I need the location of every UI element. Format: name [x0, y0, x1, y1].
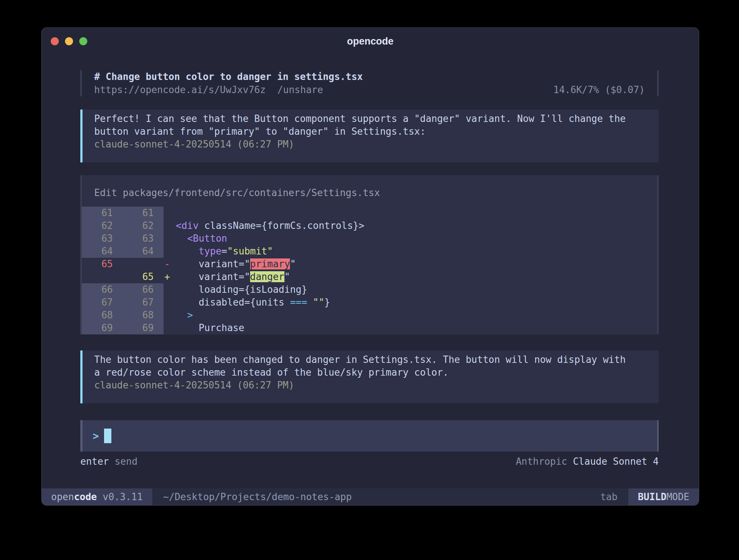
prompt-chevron: > [93, 430, 99, 442]
diff-row: 6161 [82, 207, 657, 219]
text-cursor [104, 429, 111, 443]
message-text-line: Perfect! I can see that the Button compo… [94, 112, 646, 125]
line-number-new: 69 [123, 322, 164, 334]
enter-key-hint: enter [80, 456, 109, 467]
line-number-old: 68 [82, 309, 123, 322]
diff-file-path: Edit packages/frontend/src/containers/Se… [82, 175, 657, 207]
session-content: # Change button color to danger in setti… [80, 55, 659, 468]
message-text-line: button variant from "primary" to "danger… [94, 125, 646, 138]
diff-row: 6868 > [82, 309, 657, 322]
code-line: <div className={formCs.controls}> [164, 219, 657, 232]
code-line: loading={isLoading} [164, 283, 657, 296]
working-directory: ~/Desktop/Projects/demo-notes-app [163, 488, 352, 505]
session-header: # Change button color to danger in setti… [80, 70, 659, 96]
edit-tool-diff-block: Edit packages/frontend/src/containers/Se… [80, 175, 659, 334]
line-number-new: 66 [123, 283, 164, 296]
line-number-new: 65 [123, 271, 164, 283]
session-title: # Change button color to danger in setti… [94, 70, 645, 83]
message-text-line: a red/rose color scheme instead of the b… [94, 366, 646, 379]
diff-row: 6666 loading={isLoading} [82, 283, 657, 296]
diff-row: 65- variant="primary" [82, 258, 657, 271]
provider-name: Anthropic [516, 456, 573, 467]
line-number-old: 66 [82, 283, 123, 296]
app-version-segment: opencodev0.3.11 [42, 488, 152, 505]
line-number-new: 61 [123, 207, 164, 219]
code-line [164, 207, 657, 219]
mode-segment[interactable]: BUILD MODE [628, 488, 699, 505]
line-number-old: 69 [82, 322, 123, 334]
status-bar: opencodev0.3.11 ~/Desktop/Projects/demo-… [42, 488, 699, 505]
diff-row: 6464 type="submit" [82, 245, 657, 258]
window-title: opencode [42, 28, 699, 55]
share-url[interactable]: https://opencode.ai/s/UwJxv76z [94, 83, 266, 96]
code-line: - variant="primary" [164, 258, 657, 271]
code-line: <Button [164, 232, 657, 245]
token-usage-stats: 14.6K/7% ($0.07) [554, 83, 645, 96]
model-timestamp: claude-sonnet-4-20250514 (06:27 PM) [94, 138, 646, 151]
diff-row: 6363 <Button [82, 232, 657, 245]
diff-row: 6262 <div className={formCs.controls}> [82, 219, 657, 232]
assistant-message-1: Perfect! I can see that the Button compo… [80, 110, 659, 162]
diff-rows: 61616262 <div className={formCs.controls… [82, 207, 657, 334]
line-number-new: 64 [123, 245, 164, 258]
code-line: disabled={units === ""} [164, 296, 657, 309]
line-number-new: 67 [123, 296, 164, 309]
code-line: > [164, 309, 657, 322]
enter-action-hint: send [109, 456, 137, 467]
diff-row: 6969 Purchase [82, 322, 657, 334]
code-line: + variant="danger" [164, 271, 657, 283]
line-number-old: 62 [82, 219, 123, 232]
hint-row: enter send Anthropic Claude Sonnet 4 [80, 455, 659, 468]
prompt-input[interactable]: > [80, 420, 659, 452]
app-version: v0.3.11 [103, 491, 143, 502]
model-timestamp: claude-sonnet-4-20250514 (06:27 PM) [94, 379, 646, 392]
diff-row: 65+ variant="danger" [82, 271, 657, 283]
opencode-terminal-window: opencode # Change button color to danger… [41, 27, 699, 506]
line-number-old [82, 271, 123, 283]
assistant-message-2: The button color has been changed to dan… [80, 350, 659, 403]
code-line: Purchase [164, 322, 657, 334]
line-number-new [123, 258, 164, 271]
line-number-old: 67 [82, 296, 123, 309]
app-name-open: open [51, 491, 74, 502]
diff-row: 6767 disabled={units === ""} [82, 296, 657, 309]
line-number-new: 68 [123, 309, 164, 322]
line-number-old: 64 [82, 245, 123, 258]
line-number-new: 62 [123, 219, 164, 232]
unshare-command[interactable]: /unshare [277, 83, 323, 96]
line-number-old: 61 [82, 207, 123, 219]
model-name: Claude Sonnet 4 [573, 456, 659, 467]
app-name-code: code [74, 491, 97, 502]
message-text-line: The button color has been changed to dan… [94, 353, 646, 366]
tab-key-hint[interactable]: tab [600, 488, 617, 505]
line-number-old: 63 [82, 232, 123, 245]
line-number-old: 65 [82, 258, 123, 271]
titlebar[interactable]: opencode [42, 28, 699, 55]
mode-label-rest: MODE [666, 491, 689, 502]
line-number-new: 63 [123, 232, 164, 245]
mode-label-bold: BUILD [638, 491, 666, 502]
code-line: type="submit" [164, 245, 657, 258]
